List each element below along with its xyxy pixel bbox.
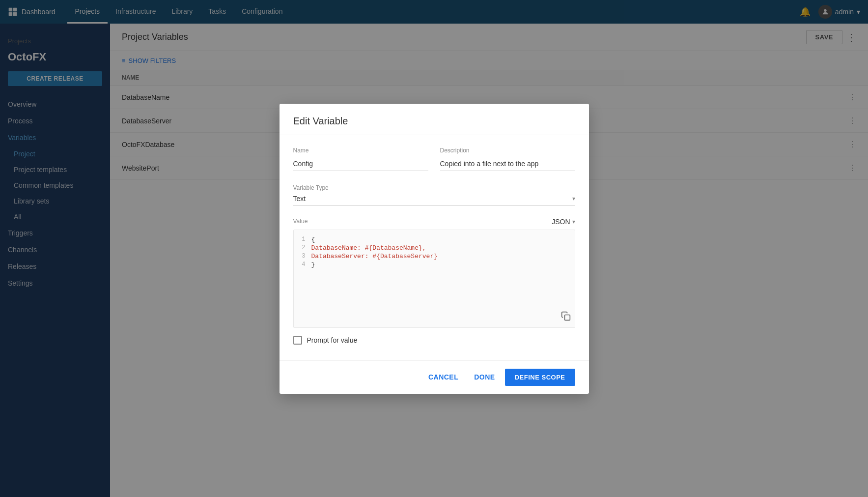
value-header-row: Value JSON ▾: [293, 218, 575, 226]
code-line-2: 2 DatabaseName: #{DatabaseName},: [298, 244, 571, 252]
variable-type-group: Variable Type Text ▾: [293, 183, 575, 206]
description-field-group: Description: [440, 147, 575, 171]
define-scope-button[interactable]: DEFINE SCOPE: [505, 369, 575, 386]
line-content-4: }: [311, 261, 315, 268]
code-key: DatabaseName:: [311, 244, 365, 252]
variable-type-value: Text: [293, 195, 572, 203]
edit-variable-modal: Edit Variable Name Description Variable …: [280, 104, 589, 394]
modal-footer: CANCEL DONE DEFINE SCOPE: [280, 360, 589, 394]
name-input[interactable]: [293, 157, 428, 171]
line-content-3: DatabaseServer: #{DatabaseServer}: [311, 253, 438, 260]
modal-title: Edit Variable: [293, 116, 575, 127]
code-line-1: 1 {: [298, 236, 571, 243]
value-label: Value: [293, 218, 552, 226]
prompt-checkbox[interactable]: [293, 336, 302, 345]
variable-type-label: Variable Type: [293, 184, 329, 191]
name-label: Name: [293, 147, 428, 154]
prompt-label: Prompt for value: [307, 336, 358, 344]
line-num-1: 1: [298, 236, 306, 243]
code-key: DatabaseServer:: [311, 253, 373, 260]
line-num-2: 2: [298, 244, 306, 252]
done-button[interactable]: DONE: [468, 369, 501, 385]
description-input[interactable]: [440, 157, 575, 171]
cancel-button[interactable]: CANCEL: [422, 369, 464, 385]
modal-header: Edit Variable: [280, 104, 589, 135]
code-editor[interactable]: 1 { 2 DatabaseName: #{DatabaseName}, 3 D…: [293, 230, 575, 328]
line-num-3: 3: [298, 253, 306, 260]
format-select[interactable]: JSON ▾: [552, 218, 575, 226]
modal-body: Name Description Variable Type Text ▾ Va…: [280, 135, 589, 360]
line-content-1: {: [311, 236, 315, 243]
chevron-down-icon: ▾: [572, 195, 575, 202]
description-label: Description: [440, 147, 575, 154]
json-format-label: JSON: [552, 218, 570, 226]
line-num-4: 4: [298, 261, 306, 268]
modal-overlay[interactable]: Edit Variable Name Description Variable …: [0, 0, 868, 497]
name-description-row: Name Description: [293, 147, 575, 171]
name-field-group: Name: [293, 147, 428, 171]
code-line-3: 3 DatabaseServer: #{DatabaseServer}: [298, 253, 571, 260]
code-value: #{DatabaseName},: [365, 244, 426, 252]
copy-button[interactable]: [561, 311, 571, 323]
line-content-2: DatabaseName: #{DatabaseName},: [311, 244, 426, 252]
code-line-4: 4 }: [298, 261, 571, 268]
copy-icon: [561, 311, 571, 321]
code-lines: 1 { 2 DatabaseName: #{DatabaseName}, 3 D…: [298, 236, 571, 268]
prompt-row: Prompt for value: [293, 336, 575, 345]
chevron-down-icon: ▾: [572, 218, 575, 225]
svg-rect-5: [564, 315, 570, 320]
code-value: #{DatabaseServer}: [372, 253, 438, 260]
variable-type-select[interactable]: Text ▾: [293, 192, 575, 206]
